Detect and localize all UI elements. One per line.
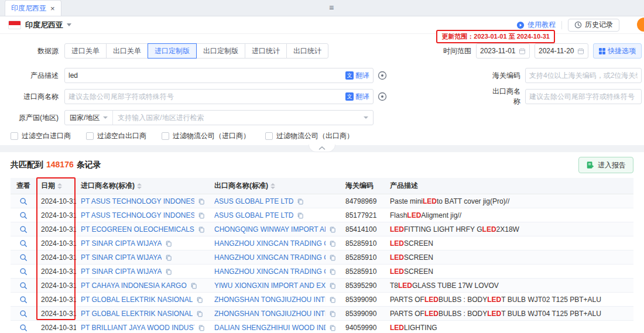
- copy-icon[interactable]: [297, 198, 304, 205]
- exporter-link[interactable]: ZHONGSHAN TONGJIUZHOU INTERNA...: [214, 296, 326, 304]
- sort-asc-icon[interactable]: [137, 183, 142, 186]
- checkbox-icon[interactable]: [86, 132, 94, 140]
- exporter-link[interactable]: CHONGQING WINWAY IMPORT AND E...: [214, 225, 326, 234]
- checkbox-icon[interactable]: [162, 132, 169, 140]
- filter-checkbox[interactable]: 过滤空白出口商: [86, 131, 146, 141]
- copy-icon[interactable]: [165, 254, 172, 261]
- circle-option-icon[interactable]: [378, 92, 387, 101]
- data-source-tab[interactable]: 出口关单: [106, 43, 148, 59]
- copy-icon[interactable]: [297, 212, 304, 219]
- copy-icon[interactable]: [329, 268, 336, 275]
- view-detail-button[interactable]: [19, 211, 28, 219]
- view-detail-button[interactable]: [19, 239, 28, 248]
- exporter-input[interactable]: [529, 90, 638, 103]
- copy-icon[interactable]: [198, 226, 205, 233]
- copy-icon[interactable]: [329, 296, 336, 303]
- sort-icons[interactable]: [270, 183, 275, 189]
- data-source-tab[interactable]: 出口统计: [286, 43, 328, 59]
- chevron-down-icon[interactable]: [364, 111, 373, 125]
- copy-icon[interactable]: [196, 296, 203, 303]
- exporter-link[interactable]: ASUS GLOBAL PTE LTD: [214, 211, 293, 219]
- importer-link[interactable]: PT GLOBAL ELEKTRIK NASIONAL: [81, 296, 193, 304]
- view-detail-button[interactable]: [19, 197, 28, 205]
- exporter-link[interactable]: DALIAN SHENGZHIHUI WOOD INDUST...: [214, 324, 326, 332]
- data-source-tab[interactable]: 进口定制版: [148, 43, 197, 59]
- tutorial-link[interactable]: 使用教程: [516, 20, 556, 30]
- tab-menu-icon[interactable]: ≡: [329, 3, 334, 12]
- importer-link[interactable]: PT ASUS TECHNOLOGY INDONESIA BA...: [81, 197, 194, 205]
- translate-button[interactable]: 文 翻译: [345, 92, 369, 102]
- calendar-icon[interactable]: [577, 47, 584, 55]
- copy-icon[interactable]: [198, 198, 205, 205]
- country-selector[interactable]: 印度尼西亚: [25, 20, 63, 30]
- copy-icon[interactable]: [329, 310, 336, 317]
- exporter-link[interactable]: YIWU XIONGXIN IMPORT AND EXPORT...: [214, 281, 326, 290]
- column-header[interactable]: 进口商名称(标准): [76, 181, 210, 191]
- sort-desc-icon[interactable]: [137, 187, 142, 189]
- filter-checkbox[interactable]: 过滤物流公司（出口商）: [265, 131, 354, 141]
- importer-link[interactable]: PT ASUS TECHNOLOGY INDONESIA BA...: [81, 211, 194, 219]
- copy-icon[interactable]: [329, 254, 336, 261]
- copy-icon[interactable]: [196, 310, 203, 317]
- copy-icon[interactable]: [329, 240, 336, 247]
- sort-icons[interactable]: [137, 183, 142, 189]
- importer-link[interactable]: PT SINAR CIPTA WIJAYA: [81, 253, 162, 262]
- exporter-link[interactable]: HANGZHOU XINGCAN TRADING CO LTD: [214, 267, 326, 276]
- chevron-down-icon[interactable]: [67, 23, 71, 26]
- date-to-input[interactable]: [535, 43, 588, 59]
- importer-link[interactable]: PT ECOGREEN OLEOCHEMICALS: [81, 225, 194, 234]
- view-detail-button[interactable]: [19, 324, 28, 332]
- sort-icons[interactable]: [57, 183, 62, 189]
- history-button[interactable]: 历史记录: [568, 19, 619, 32]
- product-desc-input[interactable]: [68, 69, 345, 82]
- importer-link[interactable]: PT SINAR CIPTA WIJAYA: [81, 239, 162, 248]
- hs-code-input[interactable]: [529, 69, 638, 82]
- origin-search-input[interactable]: [113, 111, 364, 125]
- sort-asc-icon[interactable]: [57, 183, 62, 186]
- copy-icon[interactable]: [329, 226, 336, 233]
- date-from-input[interactable]: [476, 43, 530, 59]
- copy-icon[interactable]: [165, 268, 172, 275]
- data-source-tab[interactable]: 出口定制版: [196, 43, 245, 59]
- sort-desc-icon[interactable]: [57, 187, 62, 189]
- data-source-tab[interactable]: 进口关单: [64, 43, 107, 59]
- circle-option-icon[interactable]: [378, 71, 387, 80]
- quick-options-button[interactable]: 快捷选项: [593, 43, 642, 59]
- origin-select[interactable]: 国家/地区: [65, 111, 113, 125]
- copy-icon[interactable]: [198, 324, 205, 331]
- view-detail-button[interactable]: [19, 310, 28, 318]
- view-detail-button[interactable]: [19, 281, 28, 290]
- filter-checkbox[interactable]: 过滤物流公司（进口商）: [162, 131, 250, 141]
- copy-icon[interactable]: [198, 212, 205, 219]
- collapse-panel-button[interactable]: [309, 145, 335, 152]
- exporter-link[interactable]: HANGZHOU XINGCAN TRADING CO LTD: [214, 239, 326, 248]
- filter-checkbox[interactable]: 过滤空白进口商: [11, 131, 71, 141]
- exporter-link[interactable]: ZHONGSHAN TONGJIUZHOU INTERNA...: [214, 310, 326, 318]
- sort-desc-icon[interactable]: [270, 187, 275, 189]
- view-detail-button[interactable]: [19, 296, 28, 304]
- copy-icon[interactable]: [329, 324, 336, 331]
- date-from-value[interactable]: [480, 44, 519, 57]
- view-detail-button[interactable]: [19, 225, 28, 234]
- calendar-icon[interactable]: [519, 47, 526, 55]
- close-icon[interactable]: ×: [50, 4, 55, 13]
- importer-input[interactable]: [68, 90, 345, 103]
- copy-icon[interactable]: [165, 240, 172, 247]
- view-detail-button[interactable]: [19, 253, 28, 262]
- checkbox-icon[interactable]: [265, 132, 273, 140]
- importer-link[interactable]: PT GLOBAL ELEKTRIK NASIONAL: [81, 310, 193, 318]
- checkbox-icon[interactable]: [11, 132, 18, 140]
- exporter-link[interactable]: ASUS GLOBAL PTE LTD: [214, 197, 293, 205]
- importer-link[interactable]: PT BRILLIANT JAYA WOOD INDUSTRY: [81, 324, 194, 332]
- column-header[interactable]: 出口商名称(标准): [210, 181, 341, 191]
- copy-icon[interactable]: [190, 282, 197, 289]
- enter-report-button[interactable]: 进入报告: [578, 157, 633, 173]
- view-detail-button[interactable]: [19, 267, 28, 276]
- importer-link[interactable]: PT CAHAYA INDONESIA KARGO: [81, 281, 187, 290]
- data-source-tab[interactable]: 进口统计: [245, 43, 287, 59]
- importer-link[interactable]: PT SINAR CIPTA WIJAYA: [81, 267, 162, 276]
- copy-icon[interactable]: [329, 282, 336, 289]
- date-to-value[interactable]: [539, 44, 577, 57]
- translate-button[interactable]: 文 翻译: [345, 71, 369, 81]
- sort-asc-icon[interactable]: [270, 183, 275, 186]
